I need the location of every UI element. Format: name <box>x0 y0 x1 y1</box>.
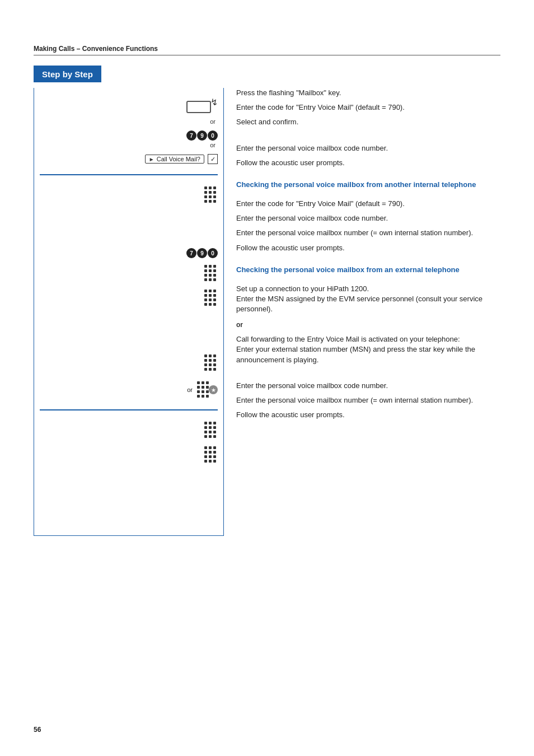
row-spacer-2 <box>40 313 218 322</box>
row-menu-callvoicemail: ► Call Voice Mail? ✓ <box>40 154 218 164</box>
star-icon: ★ <box>209 385 218 394</box>
row-keypad-3 <box>40 288 218 307</box>
spacer-1 <box>236 132 500 140</box>
text-mailbox-code-2: Enter the personal voice mailbox code nu… <box>236 213 500 223</box>
right-row-6: Enter the code for "Entry Voice Mail" (d… <box>236 199 500 209</box>
text-mailbox-key: Press the flashing "Mailbox" key. <box>236 88 500 98</box>
header-title: Making Calls – Convenience Functions <box>34 45 158 53</box>
text-mailbox-code-3: Enter the personal voice mailbox code nu… <box>236 381 500 391</box>
menu-label: Call Voice Mail? <box>157 156 200 162</box>
right-row-5: Follow the acoustic user prompts. <box>236 158 500 168</box>
right-row-12: Enter the personal voice mailbox code nu… <box>236 381 500 391</box>
section-header: Making Calls – Convenience Functions <box>34 45 500 55</box>
right-row-1: Press the flashing "Mailbox" key. <box>236 88 500 98</box>
row-keypad-6 <box>40 445 218 464</box>
main-layout: ↯ or 7 9 0 or ► <box>34 88 500 536</box>
right-row-4: Enter the personal voice mailbox code nu… <box>236 143 500 153</box>
keypad-icon-2 <box>203 264 218 283</box>
or-label-3: or <box>187 386 193 393</box>
menu-arrow-icon: ► <box>149 156 154 162</box>
text-select-confirm: Select and confirm. <box>236 117 500 127</box>
text-mailbox-number-1: Enter the personal voice mailbox number … <box>236 228 500 238</box>
right-row-11: Call forwarding to the Entry Voice Mail … <box>236 334 500 365</box>
right-inner: Press the flashing "Mailbox" key. Enter … <box>236 88 500 422</box>
page-number: 56 <box>34 726 41 734</box>
right-row-3: Select and confirm. <box>236 117 500 127</box>
row-keypad-2 <box>40 264 218 283</box>
text-entry-voice-mail-1: Enter the code for "Entry Voice Mail" (d… <box>236 102 500 113</box>
right-row-9: Follow the acoustic user prompts. <box>236 243 500 253</box>
keypad-icon-3 <box>203 288 218 307</box>
step-by-step-label: Step by Step <box>42 69 93 79</box>
text-acoustic-1: Follow the acoustic user prompts. <box>236 158 500 168</box>
row-heading-space-2 <box>40 328 218 348</box>
text-mailbox-number-2: Enter the personal voice mailbox number … <box>236 395 500 405</box>
row-heading-space-1 <box>40 225 218 242</box>
right-row-7: Enter the personal voice mailbox code nu… <box>236 213 500 223</box>
keypad-icon-4 <box>203 353 218 372</box>
text-call-forwarding: Call forwarding to the Entry Voice Mail … <box>236 334 500 365</box>
checkmark-icon: ✓ <box>208 154 218 164</box>
row-or-keypad-star: or ★ <box>40 380 218 399</box>
right-row-2: Enter the code for "Entry Voice Mail" (d… <box>236 102 500 113</box>
keypad-icon-5 <box>203 421 218 440</box>
row-keypad-4 <box>40 353 218 372</box>
row-spacer-1 <box>40 210 218 219</box>
panel-divider-2 <box>40 409 218 410</box>
numbers-790-second: 7 9 0 <box>186 248 218 258</box>
or-label-2: or <box>210 142 218 148</box>
left-panel: ↯ or 7 9 0 or ► <box>34 88 224 536</box>
right-row-10: Set up a connection to your HiPath 1200.… <box>236 284 500 315</box>
left-inner: ↯ or 7 9 0 or ► <box>34 88 223 473</box>
spacer-2 <box>236 370 500 377</box>
row-790-second: 7 9 0 <box>40 248 218 258</box>
or-label-1: or <box>210 118 218 125</box>
right-row-13: Enter the personal voice mailbox number … <box>236 395 500 405</box>
keypad-icon-1 <box>203 185 218 204</box>
heading-internal-text: Checking the personal voice mailbox from… <box>236 180 500 189</box>
page: Making Calls – Convenience Functions Ste… <box>0 0 534 756</box>
heading-external-text: Checking the personal voice mailbox from… <box>236 265 500 274</box>
row-keypad-5 <box>40 421 218 440</box>
phone-flash-icon: ↯ <box>184 97 218 117</box>
keypad-icon-6 <box>203 445 218 464</box>
row-keypad-1 <box>40 185 218 204</box>
text-entry-voice-mail-2: Enter the code for "Entry Voice Mail" (d… <box>236 199 500 209</box>
call-voice-mail-menu: ► Call Voice Mail? <box>145 155 204 164</box>
text-acoustic-2: Follow the acoustic user prompts. <box>236 243 500 253</box>
heading-internal: Checking the personal voice mailbox from… <box>236 176 500 191</box>
text-mailbox-code-1: Enter the personal voice mailbox code nu… <box>236 143 500 153</box>
row-or: or <box>236 321 500 329</box>
heading-external: Checking the personal voice mailbox from… <box>236 261 500 276</box>
row-790-first: 7 9 0 or <box>40 130 218 148</box>
panel-divider-1 <box>40 174 218 175</box>
text-setup-connection: Set up a connection to your HiPath 1200.… <box>236 284 500 315</box>
right-row-14: Follow the acoustic user prompts. <box>236 410 500 420</box>
right-panel: Press the flashing "Mailbox" key. Enter … <box>224 88 500 536</box>
numbers-790-first: 7 9 0 <box>186 130 218 141</box>
text-acoustic-3: Follow the acoustic user prompts. <box>236 410 500 420</box>
right-row-8: Enter the personal voice mailbox number … <box>236 228 500 238</box>
row-phone-flash: ↯ or <box>40 97 218 125</box>
